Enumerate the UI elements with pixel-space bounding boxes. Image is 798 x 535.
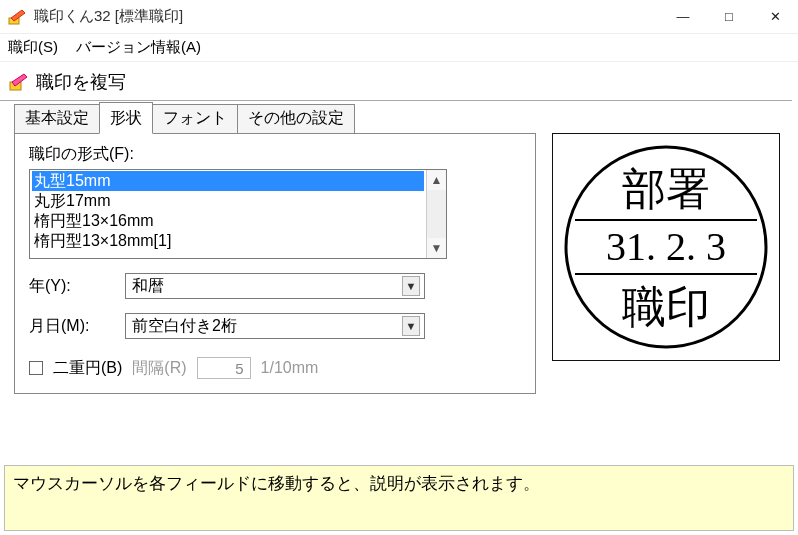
format-list-items: 丸型15mm 丸形17mm 楕円型13×16mm 楕円型13×18mm[1] [30, 170, 426, 258]
list-item[interactable]: 楕円型13×18mm[1] [32, 231, 424, 251]
status-bar: マウスカーソルを各フィールドに移動すると、説明が表示されます。 [4, 465, 794, 531]
tab-font[interactable]: フォント [152, 104, 238, 133]
tool-row: 職印を複写 [0, 62, 792, 101]
year-row: 年(Y): 和暦 ▼ [29, 273, 523, 299]
tab-panel-shape: 職印の形式(F): 丸型15mm 丸形17mm 楕円型13×16mm 楕円型13… [14, 133, 536, 394]
menu-bar: 職印(S) バージョン情報(A) [0, 34, 798, 62]
preview-box: 部署 31. 2. 3 職印 [552, 133, 780, 361]
tab-other[interactable]: その他の設定 [237, 104, 355, 133]
chevron-down-icon: ▼ [402, 316, 420, 336]
double-circle-row: 二重円(B) 間隔(R) 5 1/10mm [29, 357, 523, 379]
monthday-combobox[interactable]: 前空白付き2桁 ▼ [125, 313, 425, 339]
double-circle-checkbox[interactable] [29, 361, 43, 375]
copy-stamp-icon [8, 71, 30, 93]
stamp-preview: 部署 31. 2. 3 職印 [561, 142, 771, 352]
tab-shape[interactable]: 形状 [99, 102, 153, 134]
monthday-value: 前空白付き2桁 [132, 316, 237, 337]
stamp-top-text: 部署 [622, 165, 710, 214]
stamp-date-text: 31. 2. 3 [606, 224, 726, 269]
scroll-down-icon[interactable]: ▼ [427, 238, 446, 258]
double-circle-label: 二重円(B) [53, 358, 122, 379]
monthday-label: 月日(M): [29, 316, 125, 337]
copy-stamp-label: 職印を複写 [36, 70, 126, 94]
tab-basic[interactable]: 基本設定 [14, 104, 100, 133]
window-buttons: — □ ✕ [660, 0, 798, 34]
maximize-button[interactable]: □ [706, 0, 752, 34]
list-item[interactable]: 丸型15mm [32, 171, 424, 191]
minimize-button[interactable]: — [660, 0, 706, 34]
gap-input: 5 [197, 357, 251, 379]
format-label: 職印の形式(F): [29, 144, 523, 165]
year-value: 和暦 [132, 276, 164, 297]
gap-unit: 1/10mm [261, 359, 319, 377]
year-label: 年(Y): [29, 276, 125, 297]
tab-control: 基本設定 形状 フォント その他の設定 職印の形式(F): 丸型15mm 丸形1… [14, 107, 536, 394]
window-title: 職印くん32 [標準職印] [34, 7, 660, 26]
title-bar: 職印くん32 [標準職印] — □ ✕ [0, 0, 798, 34]
monthday-row: 月日(M): 前空白付き2桁 ▼ [29, 313, 523, 339]
stamp-bottom-text: 職印 [622, 283, 710, 332]
chevron-down-icon: ▼ [402, 276, 420, 296]
scroll-up-icon[interactable]: ▲ [427, 170, 446, 190]
list-item[interactable]: 楕円型13×16mm [32, 211, 424, 231]
status-text: マウスカーソルを各フィールドに移動すると、説明が表示されます。 [13, 474, 540, 493]
main-area: 基本設定 形状 フォント その他の設定 職印の形式(F): 丸型15mm 丸形1… [0, 101, 798, 394]
menu-stamp[interactable]: 職印(S) [8, 38, 58, 57]
gap-label: 間隔(R) [132, 358, 186, 379]
list-item[interactable]: 丸形17mm [32, 191, 424, 211]
close-button[interactable]: ✕ [752, 0, 798, 34]
tab-strip: 基本設定 形状 フォント その他の設定 [14, 107, 536, 133]
menu-about[interactable]: バージョン情報(A) [76, 38, 201, 57]
app-icon [8, 8, 26, 26]
preview-pane: 部署 31. 2. 3 職印 [552, 133, 780, 394]
year-combobox[interactable]: 和暦 ▼ [125, 273, 425, 299]
format-listbox[interactable]: 丸型15mm 丸形17mm 楕円型13×16mm 楕円型13×18mm[1] ▲… [29, 169, 447, 259]
format-scrollbar[interactable]: ▲ ▼ [426, 170, 446, 258]
